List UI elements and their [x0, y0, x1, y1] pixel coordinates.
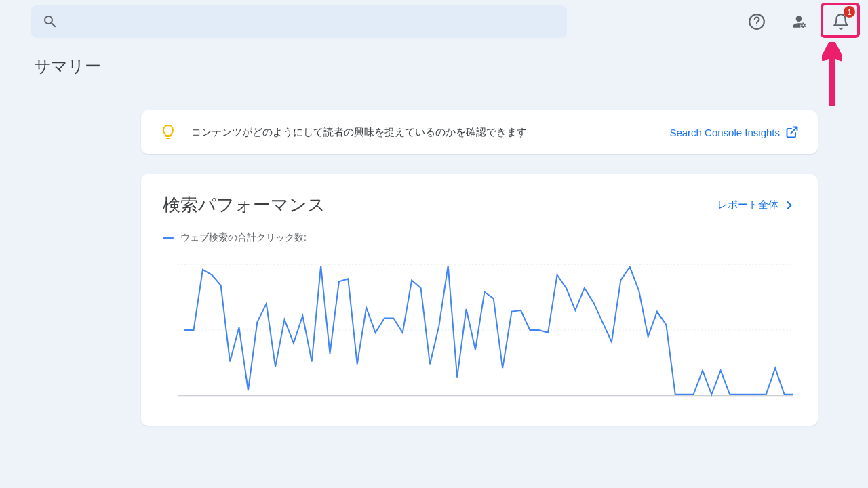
- notification-badge: 1: [844, 6, 855, 18]
- help-button[interactable]: [743, 8, 770, 35]
- chevron-right-icon: [783, 199, 796, 212]
- performance-card: 検索パフォーマンス レポート全体 ウェブ検索の合計クリック数:: [141, 174, 818, 426]
- users-settings-button[interactable]: [785, 8, 812, 35]
- help-icon: [748, 13, 766, 30]
- users-settings-icon: [790, 13, 808, 30]
- insights-message: コンテンツがどのようにして読者の興味を捉えているのかを確認できます: [191, 126, 654, 139]
- full-report-link[interactable]: レポート全体: [717, 199, 796, 212]
- performance-title: 検索パフォーマンス: [163, 193, 717, 217]
- chart-legend: ウェブ検索の合計クリック数:: [163, 232, 796, 244]
- insights-link[interactable]: Search Console Insights: [669, 125, 799, 139]
- insights-link-label: Search Console Insights: [669, 127, 780, 138]
- page-header: サマリー: [0, 43, 868, 92]
- legend-label: ウェブ検索の合計クリック数:: [180, 232, 307, 244]
- search-input[interactable]: [66, 16, 556, 28]
- performance-chart: [178, 263, 793, 399]
- top-bar: 1: [0, 0, 868, 43]
- search-box[interactable]: [31, 5, 567, 38]
- lightbulb-icon: [160, 124, 176, 140]
- notifications-button[interactable]: 1: [827, 8, 854, 35]
- main-content: コンテンツがどのようにして読者の興味を捉えているのかを確認できます Search…: [0, 92, 868, 426]
- svg-line-2: [791, 127, 797, 134]
- insights-card: コンテンツがどのようにして読者の興味を捉えているのかを確認できます Search…: [141, 110, 818, 154]
- header-actions: 1: [743, 8, 854, 35]
- search-icon: [42, 14, 58, 30]
- page-title: サマリー: [34, 56, 868, 77]
- full-report-label: レポート全体: [717, 199, 778, 211]
- svg-point-1: [756, 25, 757, 26]
- legend-swatch: [163, 237, 174, 239]
- open-external-icon: [785, 125, 799, 139]
